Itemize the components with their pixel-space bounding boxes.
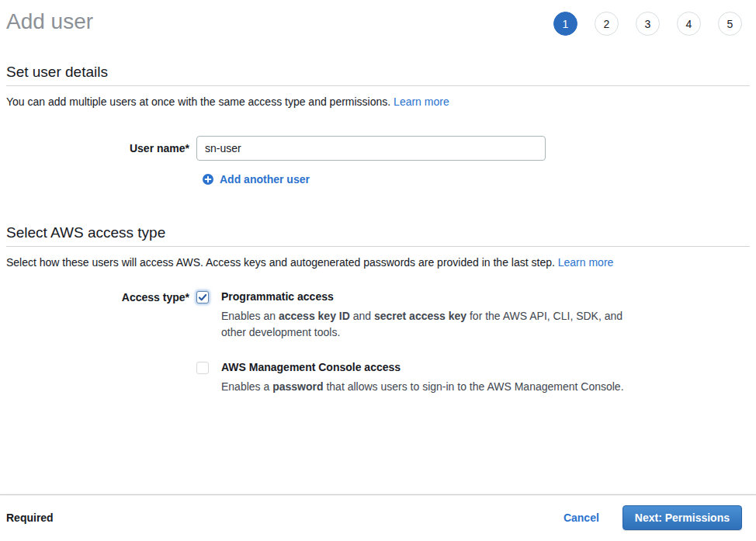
select-access-type-description: Select how these users will access AWS. … [6,256,750,269]
set-user-details-heading: Set user details [6,64,750,86]
add-another-user-button[interactable]: Add another user [203,173,310,186]
wizard-footer: Required Cancel Next: Permissions [0,494,756,541]
step-4-indicator: 4 [677,12,701,36]
required-label: Required [6,512,54,524]
console-access-option: AWS Management Console access Enables a … [196,361,629,395]
desc-part: that allows users to sign-in to the AWS … [324,380,624,393]
page-title: Add user [6,9,93,34]
add-user-page: Add user 1 2 3 4 5 Set user details You … [0,0,756,541]
checkmark-icon [198,293,207,302]
access-type-options: Programmatic access Enables an access ke… [196,290,629,395]
user-details-learn-more-link[interactable]: Learn more [394,95,449,108]
user-name-label: User name* [6,136,196,161]
desc-part: Enables an [221,310,279,322]
description-text: Select how these users will access AWS. … [6,256,555,269]
step-2-indicator: 2 [595,12,619,36]
set-user-details-description: You can add multiple users at once with … [6,95,750,108]
wizard-step-indicator: 1 2 3 4 5 [553,12,742,36]
step-1-indicator: 1 [553,12,577,36]
console-access-description: Enables a password that allows users to … [221,379,624,395]
add-another-user-label: Add another user [220,173,310,186]
desc-part-bold: password [272,380,323,393]
select-access-type-section: Select AWS access type Select how these … [6,224,750,395]
step-3-indicator: 3 [636,12,660,36]
desc-part: Enables a [221,380,272,393]
desc-part-bold: secret access key [374,310,466,322]
user-name-row: User name* [6,136,750,161]
console-access-checkbox[interactable] [196,362,209,374]
cancel-button[interactable]: Cancel [564,512,599,524]
desc-part: and [350,310,374,322]
access-type-row: Access type* Programmatic access Enables… [6,290,750,395]
programmatic-access-checkbox[interactable] [196,291,209,303]
next-permissions-button[interactable]: Next: Permissions [622,505,742,530]
description-text: You can add multiple users at once with … [6,95,390,108]
access-type-learn-more-link[interactable]: Learn more [558,256,614,269]
console-access-title[interactable]: AWS Management Console access [221,361,624,373]
user-name-input[interactable] [196,136,546,161]
programmatic-access-option: Programmatic access Enables an access ke… [196,290,629,341]
step-5-indicator: 5 [718,12,742,36]
option-text: AWS Management Console access Enables a … [221,361,624,395]
programmatic-access-title[interactable]: Programmatic access [221,290,629,303]
desc-part-bold: access key ID [279,310,350,322]
set-user-details-section: Set user details You can add multiple us… [6,64,750,187]
select-access-type-heading: Select AWS access type [6,224,750,247]
footer-actions: Cancel Next: Permissions [564,505,742,530]
page-header: Add user 1 2 3 4 5 [6,9,750,36]
access-type-label: Access type* [6,290,196,304]
programmatic-access-description: Enables an access key ID and secret acce… [221,308,629,341]
plus-circle-icon [203,174,213,185]
option-text: Programmatic access Enables an access ke… [221,290,629,341]
